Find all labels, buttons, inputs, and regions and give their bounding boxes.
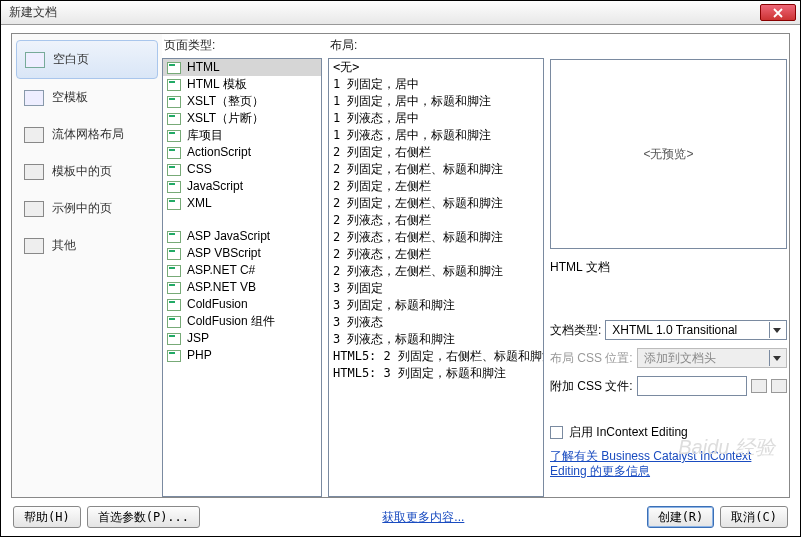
file-icon [167, 316, 181, 328]
button-bar: 帮助(H) 首选参数(P)... 获取更多内容... 创建(R) 取消(C) [11, 498, 790, 530]
layout-item[interactable]: 2 列液态，右侧栏 [329, 212, 543, 229]
page-type-header: 页面类型: [162, 34, 322, 58]
file-icon [167, 265, 181, 277]
nav-blank-template[interactable]: 空模板 [16, 79, 158, 116]
page-type-item[interactable]: XSLT（整页） [163, 93, 321, 110]
page-icon [25, 52, 45, 68]
link-css-icon[interactable] [751, 379, 767, 393]
dialog-body: 空白页 空模板 流体网格布局 模板中的页 示例中的页 其他 页面类型: HTML… [1, 25, 800, 536]
doc-type-label: HTML 文档 [550, 259, 787, 276]
file-icon [167, 282, 181, 294]
file-icon [167, 181, 181, 193]
layout-item[interactable]: 2 列固定，右侧栏 [329, 144, 543, 161]
sample-icon [24, 201, 44, 217]
page-type-item[interactable]: 库项目 [163, 127, 321, 144]
doctype-row: 文档类型: XHTML 1.0 Transitional [550, 320, 787, 340]
page-type-item[interactable]: PHP [163, 347, 321, 364]
incontext-row: 启用 InContext Editing [550, 424, 787, 441]
file-icon [167, 333, 181, 345]
layout-item[interactable]: 2 列固定，右侧栏、标题和脚注 [329, 161, 543, 178]
page-type-list[interactable]: HTMLHTML 模板XSLT（整页）XSLT（片断）库项目ActionScri… [162, 58, 322, 497]
layout-item[interactable]: 3 列液态 [329, 314, 543, 331]
chevron-down-icon [769, 322, 784, 338]
page-type-item[interactable]: ColdFusion 组件 [163, 313, 321, 330]
page-type-item[interactable]: ASP JavaScript [163, 228, 321, 245]
layout-item[interactable]: HTML5: 3 列固定，标题和脚注 [329, 365, 543, 382]
file-icon [167, 96, 181, 108]
grid-icon [24, 127, 44, 143]
close-icon [773, 8, 783, 18]
page-type-item[interactable]: HTML [163, 59, 321, 76]
layout-column: 布局: <无>1 列固定，居中1 列固定，居中，标题和脚注1 列液态，居中1 列… [328, 34, 544, 497]
page-type-item[interactable]: ASP VBScript [163, 245, 321, 262]
nav-template-page[interactable]: 模板中的页 [16, 153, 158, 190]
help-button[interactable]: 帮助(H) [13, 506, 81, 528]
file-icon [167, 62, 181, 74]
layout-item[interactable]: 2 列液态，右侧栏、标题和脚注 [329, 229, 543, 246]
layout-list[interactable]: <无>1 列固定，居中1 列固定，居中，标题和脚注1 列液态，居中1 列液态，居… [328, 58, 544, 497]
layout-item[interactable]: 1 列固定，居中 [329, 76, 543, 93]
layout-item[interactable]: 1 列液态，居中，标题和脚注 [329, 127, 543, 144]
nav-other[interactable]: 其他 [16, 227, 158, 264]
attachcss-field[interactable] [637, 376, 747, 396]
layout-item[interactable]: 2 列液态，左侧栏、标题和脚注 [329, 263, 543, 280]
layout-item[interactable]: 2 列液态，左侧栏 [329, 246, 543, 263]
page-type-item[interactable]: XML [163, 195, 321, 212]
layout-item[interactable]: HTML5: 2 列固定，右侧栏、标题和脚注 [329, 348, 543, 365]
attachcss-row: 附加 CSS 文件: [550, 376, 787, 396]
get-more-link[interactable]: 获取更多内容... [382, 509, 464, 526]
layoutcss-row: 布局 CSS 位置: 添加到文档头 [550, 348, 787, 368]
file-icon [167, 147, 181, 159]
category-nav: 空白页 空模板 流体网格布局 模板中的页 示例中的页 其他 [12, 34, 162, 497]
file-icon [167, 350, 181, 362]
page-type-item[interactable]: ASP.NET C# [163, 262, 321, 279]
close-button[interactable] [760, 4, 796, 21]
page-type-item[interactable]: XSLT（片断） [163, 110, 321, 127]
page-type-column: 页面类型: HTMLHTML 模板XSLT（整页）XSLT（片断）库项目Acti… [162, 34, 322, 497]
file-icon [167, 79, 181, 91]
layout-item[interactable]: 2 列固定，左侧栏、标题和脚注 [329, 195, 543, 212]
layout-header: 布局: [328, 34, 544, 58]
file-icon [167, 248, 181, 260]
window-title: 新建文档 [5, 4, 760, 21]
remove-css-icon[interactable] [771, 379, 787, 393]
create-button[interactable]: 创建(R) [647, 506, 715, 528]
incontext-checkbox[interactable] [550, 426, 563, 439]
right-panel: <无预览> HTML 文档 文档类型: XHTML 1.0 Transition… [550, 34, 789, 497]
template-icon [24, 90, 44, 106]
page-type-item[interactable]: JavaScript [163, 178, 321, 195]
layout-item[interactable]: 1 列固定，居中，标题和脚注 [329, 93, 543, 110]
nav-fluid-grid[interactable]: 流体网格布局 [16, 116, 158, 153]
doctype-select[interactable]: XHTML 1.0 Transitional [605, 320, 787, 340]
nav-sample-page[interactable]: 示例中的页 [16, 190, 158, 227]
incontext-link[interactable]: 了解有关 Business Catalyst InContext Editing… [550, 449, 787, 479]
file-icon [167, 113, 181, 125]
template-page-icon [24, 164, 44, 180]
page-type-item[interactable]: HTML 模板 [163, 76, 321, 93]
nav-blank-page[interactable]: 空白页 [16, 40, 158, 79]
file-icon [167, 231, 181, 243]
file-icon [167, 130, 181, 142]
page-type-item[interactable]: ActionScript [163, 144, 321, 161]
preferences-button[interactable]: 首选参数(P)... [87, 506, 200, 528]
main-area: 空白页 空模板 流体网格布局 模板中的页 示例中的页 其他 页面类型: HTML… [11, 33, 790, 498]
layout-item[interactable]: 3 列固定，标题和脚注 [329, 297, 543, 314]
page-type-item[interactable]: ASP.NET VB [163, 279, 321, 296]
page-type-item[interactable]: JSP [163, 330, 321, 347]
other-icon [24, 238, 44, 254]
titlebar: 新建文档 [1, 1, 800, 25]
chevron-down-icon [769, 350, 784, 366]
layout-item[interactable]: 3 列液态，标题和脚注 [329, 331, 543, 348]
layout-item[interactable]: 3 列固定 [329, 280, 543, 297]
layout-item[interactable]: 2 列固定，左侧栏 [329, 178, 543, 195]
layoutcss-select: 添加到文档头 [637, 348, 787, 368]
preview-box: <无预览> [550, 59, 787, 249]
page-type-item[interactable]: ColdFusion [163, 296, 321, 313]
layout-item[interactable]: <无> [329, 59, 543, 76]
file-icon [167, 299, 181, 311]
layout-item[interactable]: 1 列液态，居中 [329, 110, 543, 127]
page-type-item[interactable]: CSS [163, 161, 321, 178]
new-document-dialog: 新建文档 空白页 空模板 流体网格布局 模板中的页 示例中的页 其他 页面类型:… [0, 0, 801, 537]
file-icon [167, 198, 181, 210]
cancel-button[interactable]: 取消(C) [720, 506, 788, 528]
